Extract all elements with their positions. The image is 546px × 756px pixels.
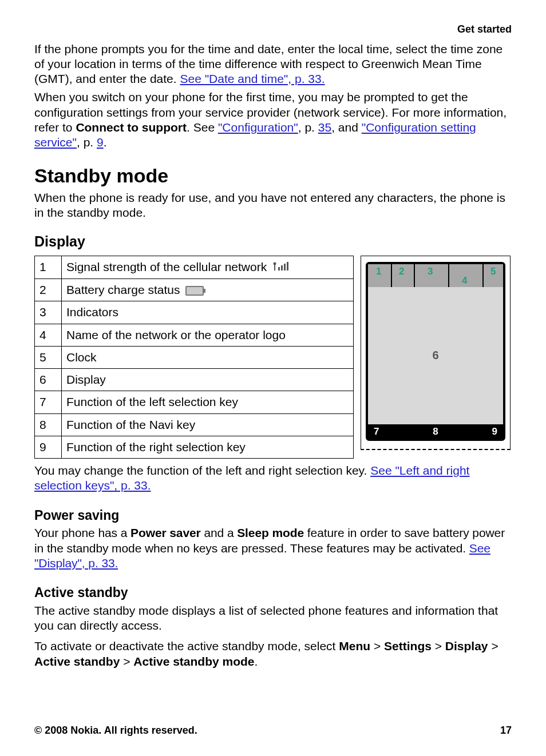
svg-rect-4	[284, 264, 286, 270]
callout-3: 3	[428, 265, 433, 277]
link-date-and-time[interactable]: See "Date and time", p. 33.	[180, 72, 325, 85]
text: To activate or deactivate the active sta…	[34, 639, 339, 652]
phone-softkey-bar: 7 8 9	[368, 424, 503, 439]
table-row: 4 Name of the network or the operator lo…	[35, 324, 354, 346]
text: .	[255, 655, 258, 668]
callout-8: 8	[433, 425, 438, 437]
paragraph-power-saving: Your phone has a Power saver and a Sleep…	[34, 526, 512, 571]
cell-text: Display	[62, 369, 354, 391]
callout-6: 6	[432, 348, 438, 363]
menu-step: Display	[445, 639, 488, 652]
paragraph-time-date: If the phone prompts you for the time an…	[34, 42, 512, 87]
cell-text: Function of the left selection key	[62, 391, 354, 413]
callout-7: 7	[374, 425, 379, 437]
callout-4: 4	[462, 274, 467, 287]
cell-text: Clock	[62, 346, 354, 368]
svg-rect-1	[274, 265, 275, 270]
cell-number: 3	[35, 301, 62, 324]
svg-point-0	[274, 262, 276, 265]
table-row: 8 Function of the Navi key	[35, 413, 354, 436]
paragraph-active-standby-desc: The active standby mode displays a list …	[34, 603, 512, 634]
phone-status-bar: 1 2 3 4 5	[368, 264, 503, 287]
cell-number: 4	[35, 324, 62, 346]
phone-screen: 1 2 3 4 5 6 7 8 9	[366, 262, 505, 441]
phone-diagram: 1 2 3 4 5 6 7 8 9	[361, 256, 511, 450]
cell-text: Indicators	[62, 301, 354, 324]
menu-step: Active standby mode	[133, 655, 254, 668]
svg-rect-3	[281, 265, 283, 270]
cell-text: Name of the network or the operator logo	[62, 324, 354, 346]
copyright-text: © 2008 Nokia. All rights reserved.	[34, 724, 197, 737]
cell-number: 5	[35, 346, 62, 368]
svg-rect-5	[287, 262, 288, 270]
footer: © 2008 Nokia. All rights reserved. 17	[34, 724, 512, 737]
text: .	[104, 136, 107, 149]
text: Battery charge status	[66, 283, 183, 296]
table-row: 3 Indicators	[35, 301, 354, 324]
text: , p.	[298, 121, 318, 134]
table-row: 1 Signal strength of the cellular networ…	[35, 256, 354, 279]
battery-icon	[185, 286, 204, 296]
text: and a	[201, 526, 238, 539]
cell-number: 7	[35, 391, 62, 413]
menu-step: Settings	[384, 639, 432, 652]
separator: >	[488, 639, 498, 652]
table-row: 2 Battery charge status	[35, 279, 354, 301]
header-section: Get started	[34, 23, 512, 36]
link-page-9[interactable]: 9	[97, 136, 104, 149]
menu-step: Active standby	[34, 655, 120, 668]
callout-1: 1	[376, 265, 381, 277]
text: Your phone has a	[34, 526, 130, 539]
separator: >	[432, 639, 445, 652]
signal-strength-icon	[272, 260, 290, 275]
cell-text: Function of the Navi key	[62, 413, 354, 436]
callout-2: 2	[399, 265, 404, 277]
paragraph-active-standby-path: To activate or deactivate the active sta…	[34, 639, 512, 669]
cell-number: 8	[35, 413, 62, 436]
text: Signal strength of the cellular network	[66, 260, 270, 273]
text-bold-sleep-mode: Sleep mode	[237, 526, 304, 539]
cell-text: Battery charge status	[62, 279, 354, 301]
text-bold-connect-to-support: Connect to support	[76, 121, 187, 134]
menu-step: Menu	[339, 639, 370, 652]
page: Get started If the phone prompts you for…	[0, 0, 546, 756]
text: . See	[187, 121, 218, 134]
text: , p.	[77, 136, 97, 149]
heading-standby-mode: Standby mode	[34, 164, 512, 188]
link-configuration[interactable]: "Configuration"	[218, 121, 298, 134]
paragraph-standby-intro: When the phone is ready for use, and you…	[34, 190, 512, 221]
cell-number: 6	[35, 369, 62, 391]
separator: >	[120, 655, 133, 668]
text: , and	[331, 121, 362, 134]
link-page-35[interactable]: 35	[318, 121, 331, 134]
callout-5: 5	[490, 265, 496, 277]
display-row-container: 1 Signal strength of the cellular networ…	[34, 256, 512, 459]
heading-active-standby: Active standby	[34, 584, 512, 601]
cell-text: Signal strength of the cellular network	[62, 256, 354, 279]
paragraph-selection-keys: You may change the function of the left …	[34, 463, 512, 494]
table-row: 5 Clock	[35, 346, 354, 368]
text: You may change the function of the left …	[34, 464, 370, 477]
cell-number: 1	[35, 256, 62, 279]
separator: >	[370, 639, 384, 652]
page-number: 17	[500, 724, 512, 737]
table-row: 6 Display	[35, 369, 354, 391]
cell-number: 2	[35, 279, 62, 301]
display-table: 1 Signal strength of the cellular networ…	[34, 256, 354, 459]
cell-number: 9	[35, 436, 62, 458]
paragraph-configuration: When you switch on your phone for the fi…	[34, 90, 512, 150]
text-bold-power-saver: Power saver	[130, 526, 201, 539]
phone-display-area: 6	[368, 287, 503, 424]
cell-text: Function of the right selection key	[62, 436, 354, 458]
heading-display: Display	[34, 233, 512, 250]
heading-power-saving: Power saving	[34, 507, 512, 524]
svg-rect-2	[278, 267, 280, 270]
table-row: 7 Function of the left selection key	[35, 391, 354, 413]
callout-9: 9	[492, 425, 497, 437]
table-row: 9 Function of the right selection key	[35, 436, 354, 458]
